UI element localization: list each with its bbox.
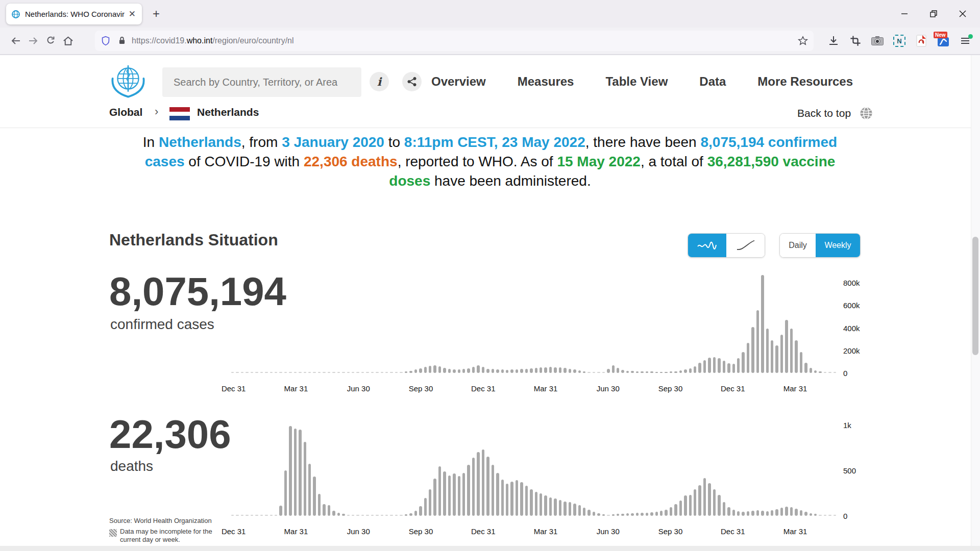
adobe-pdf-icon[interactable] <box>914 33 929 48</box>
reload-button[interactable] <box>42 32 59 49</box>
confirmed-cases-bar[interactable] <box>381 372 383 373</box>
tracking-protection-shield-icon[interactable] <box>100 35 111 47</box>
menu-hamburger-icon[interactable] <box>958 33 973 48</box>
confirmed-cases-bar[interactable] <box>241 372 243 373</box>
confirmed-cases-bar[interactable] <box>679 370 682 373</box>
confirmed-cases-bar[interactable] <box>573 369 576 373</box>
confirmed-cases-bar[interactable] <box>549 367 552 373</box>
deaths-bar[interactable] <box>337 513 340 516</box>
nav-item-data[interactable]: Data <box>699 74 726 89</box>
deaths-bar[interactable] <box>361 515 364 516</box>
confirmed-cases-bar[interactable] <box>299 372 301 373</box>
confirmed-cases-bar[interactable] <box>419 368 422 373</box>
confirmed-cases-bar[interactable] <box>438 366 441 373</box>
cumulative-chart-toggle-button[interactable] <box>726 234 765 257</box>
confirmed-cases-bar[interactable] <box>501 369 504 373</box>
confirmed-cases-bar[interactable] <box>559 367 561 373</box>
deaths-bar[interactable] <box>395 515 398 516</box>
nav-item-more-resources[interactable]: More Resources <box>757 74 853 89</box>
deaths-bar[interactable] <box>260 515 263 516</box>
deaths-bar[interactable] <box>593 512 595 516</box>
confirmed-cases-bar[interactable] <box>352 372 354 373</box>
deaths-bar[interactable] <box>636 513 639 516</box>
confirmed-cases-bar[interactable] <box>544 367 547 373</box>
confirmed-cases-bar[interactable] <box>260 372 263 373</box>
confirmed-cases-bar[interactable] <box>347 372 350 373</box>
confirmed-cases-bar[interactable] <box>655 372 658 373</box>
confirmed-cases-bar[interactable] <box>819 371 821 373</box>
confirmed-cases-bar[interactable] <box>540 367 542 373</box>
confirmed-cases-bar[interactable] <box>467 368 470 373</box>
deaths-bar[interactable] <box>294 429 297 516</box>
deaths-bar[interactable] <box>304 442 306 516</box>
deaths-bar[interactable] <box>525 486 528 516</box>
confirmed-cases-bar[interactable] <box>564 368 566 373</box>
deaths-bar[interactable] <box>438 466 441 516</box>
deaths-bar[interactable] <box>390 515 393 516</box>
deaths-bar[interactable] <box>564 502 566 516</box>
deaths-bar[interactable] <box>516 480 518 516</box>
deaths-bar[interactable] <box>660 511 663 516</box>
deaths-bar[interactable] <box>241 515 243 516</box>
deaths-bar[interactable] <box>414 511 417 516</box>
confirmed-cases-bar[interactable] <box>804 363 807 373</box>
confirmed-cases-bar[interactable] <box>800 352 802 373</box>
deaths-bar[interactable] <box>482 449 484 516</box>
deaths-bar[interactable] <box>569 502 571 516</box>
confirmed-cases-bar[interactable] <box>323 372 325 373</box>
deaths-bar[interactable] <box>578 505 581 516</box>
confirmed-cases-bar[interactable] <box>304 372 306 373</box>
deaths-bar[interactable] <box>646 513 648 516</box>
deaths-bar[interactable] <box>458 476 460 516</box>
confirmed-cases-bar[interactable] <box>698 363 701 373</box>
confirmed-cases-bar[interactable] <box>756 310 759 373</box>
deaths-bar[interactable] <box>617 514 619 516</box>
deaths-bar[interactable] <box>727 507 730 516</box>
deaths-bar[interactable] <box>453 473 455 516</box>
deaths-bar[interactable] <box>448 475 451 516</box>
confirmed-cases-bar[interactable] <box>602 372 605 373</box>
confirmed-cases-bar[interactable] <box>424 367 427 373</box>
deaths-bar[interactable] <box>308 464 311 516</box>
bookmark-star-icon[interactable] <box>797 35 808 46</box>
browser-tab[interactable]: Netherlands: WHO Coronavirus ✕ <box>6 4 142 24</box>
screenshot-camera-icon[interactable] <box>870 33 885 48</box>
deaths-bar[interactable] <box>318 494 321 516</box>
confirmed-cases-bar[interactable] <box>318 372 321 373</box>
deaths-bar[interactable] <box>251 515 253 516</box>
deaths-bar[interactable] <box>631 513 633 516</box>
deaths-bar[interactable] <box>602 514 605 516</box>
deaths-bar[interactable] <box>573 504 576 516</box>
confirmed-cases-bar[interactable] <box>496 369 499 373</box>
deaths-bar[interactable] <box>771 510 773 516</box>
deaths-bar[interactable] <box>275 515 277 516</box>
home-button[interactable] <box>59 32 77 49</box>
confirmed-cases-bar[interactable] <box>275 372 277 373</box>
deaths-bar[interactable] <box>535 492 537 516</box>
deaths-bar[interactable] <box>761 511 764 516</box>
confirmed-cases-bar[interactable] <box>626 371 629 373</box>
confirmed-cases-bar[interactable] <box>390 372 393 373</box>
notion-clipper-icon[interactable]: N <box>892 33 907 48</box>
confirmed-cases-bar[interactable] <box>814 370 817 373</box>
deaths-bar[interactable] <box>549 497 552 516</box>
deaths-bar[interactable] <box>409 513 412 516</box>
confirmed-cases-bar[interactable] <box>525 369 528 373</box>
confirmed-cases-bar[interactable] <box>231 372 234 373</box>
nav-item-overview[interactable]: Overview <box>431 74 486 89</box>
deaths-bar[interactable] <box>385 515 388 516</box>
url-bar[interactable]: https://covid19.who.int/region/euro/coun… <box>95 31 814 51</box>
confirmed-cases-bar[interactable] <box>674 371 677 373</box>
deaths-bar[interactable] <box>766 511 769 516</box>
confirmed-cases-bar[interactable] <box>251 372 253 373</box>
confirmed-cases-bar[interactable] <box>405 371 407 373</box>
deaths-bar[interactable] <box>323 504 325 516</box>
deaths-bar[interactable] <box>834 515 836 516</box>
deaths-bar[interactable] <box>694 489 696 516</box>
confirmed-cases-bar[interactable] <box>492 369 494 373</box>
confirmed-cases-bar[interactable] <box>462 369 465 373</box>
confirmed-cases-bar[interactable] <box>366 372 369 373</box>
confirmed-cases-bar[interactable] <box>376 372 378 373</box>
deaths-bar[interactable] <box>814 514 817 516</box>
window-close-button[interactable] <box>948 2 977 26</box>
